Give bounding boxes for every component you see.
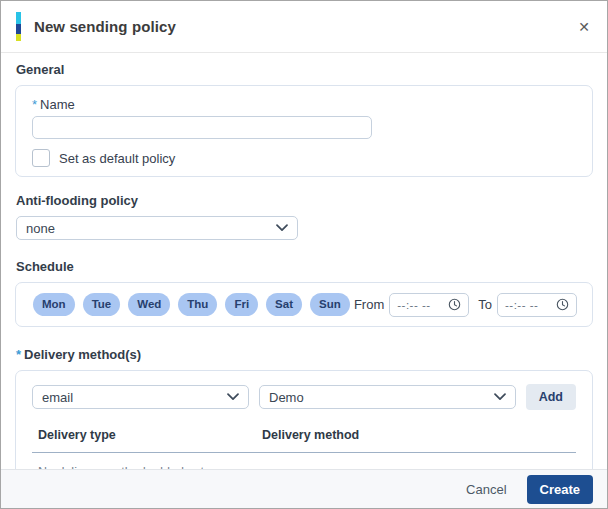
chevron-down-icon [276, 224, 288, 232]
required-asterisk: * [16, 347, 21, 362]
table-divider [32, 452, 576, 453]
delivery-select-row: email Demo Add [32, 384, 576, 410]
close-icon[interactable]: ✕ [576, 16, 592, 38]
cancel-button[interactable]: Cancel [466, 482, 506, 497]
delivery-table-header: Delivery type Delivery method [32, 428, 576, 452]
create-button[interactable]: Create [527, 475, 593, 504]
delivery-method-selected-value: Demo [269, 390, 486, 405]
to-time-value: --:-- -- [505, 299, 556, 311]
chevron-down-icon [494, 393, 506, 401]
logo-segment-blue [16, 24, 21, 35]
brand-logo-icon [16, 12, 21, 41]
chevron-down-icon [227, 393, 239, 401]
section-title-general: General [16, 62, 593, 77]
required-asterisk: * [32, 97, 37, 112]
to-time-input[interactable]: --:-- -- [497, 293, 577, 317]
logo-segment-yellow [16, 34, 21, 41]
day-pill-sun[interactable]: Sun [310, 293, 350, 317]
default-policy-row: Set as default policy [32, 149, 576, 167]
dialog-title: New sending policy [34, 18, 176, 35]
column-header-delivery-method: Delivery method [262, 428, 359, 442]
general-card: *Name Set as default policy [15, 85, 593, 177]
default-policy-label[interactable]: Set as default policy [59, 151, 175, 166]
day-pill-fri[interactable]: Fri [225, 293, 258, 317]
section-title-anti-flooding: Anti-flooding policy [16, 193, 593, 208]
day-pill-sat[interactable]: Sat [266, 293, 302, 317]
delivery-type-selected-value: email [42, 390, 219, 405]
logo-segment-cyan [16, 12, 21, 24]
weekday-pills: Mon Tue Wed Thu Fri Sat Sun [33, 293, 350, 317]
name-label-text: Name [40, 97, 75, 112]
dialog-footer: Cancel Create [1, 469, 607, 508]
from-time-value: --:-- -- [397, 299, 448, 311]
name-field-label: *Name [32, 97, 576, 112]
anti-flooding-select[interactable]: none [16, 216, 298, 240]
time-range: From --:-- -- To --:-- -- [354, 293, 577, 317]
clock-icon[interactable] [556, 298, 569, 311]
to-label: To [478, 297, 492, 312]
anti-flooding-selected-value: none [26, 221, 268, 236]
schedule-card: Mon Tue Wed Thu Fri Sat Sun From --:-- -… [15, 282, 593, 327]
section-title-delivery: *Delivery method(s) [16, 347, 593, 362]
delivery-method-select[interactable]: Demo [259, 385, 516, 409]
delivery-card: email Demo Add Delivery type Delivery me… [15, 370, 593, 469]
new-sending-policy-dialog: New sending policy ✕ General *Name Set a… [0, 0, 608, 509]
delivery-type-select[interactable]: email [32, 385, 249, 409]
name-input[interactable] [32, 116, 372, 139]
column-header-delivery-type: Delivery type [38, 428, 262, 442]
from-time-input[interactable]: --:-- -- [389, 293, 469, 317]
clock-icon[interactable] [448, 298, 461, 311]
delivery-label-text: Delivery method(s) [24, 347, 141, 362]
add-delivery-method-button[interactable]: Add [526, 384, 576, 410]
from-label: From [354, 297, 384, 312]
section-title-schedule: Schedule [16, 259, 593, 274]
dialog-body: General *Name Set as default policy Anti… [1, 53, 607, 469]
default-policy-checkbox[interactable] [32, 149, 50, 167]
day-pill-tue[interactable]: Tue [83, 293, 121, 317]
day-pill-mon[interactable]: Mon [33, 293, 75, 317]
day-pill-thu[interactable]: Thu [178, 293, 217, 317]
day-pill-wed[interactable]: Wed [128, 293, 170, 317]
dialog-header: New sending policy ✕ [1, 1, 607, 53]
